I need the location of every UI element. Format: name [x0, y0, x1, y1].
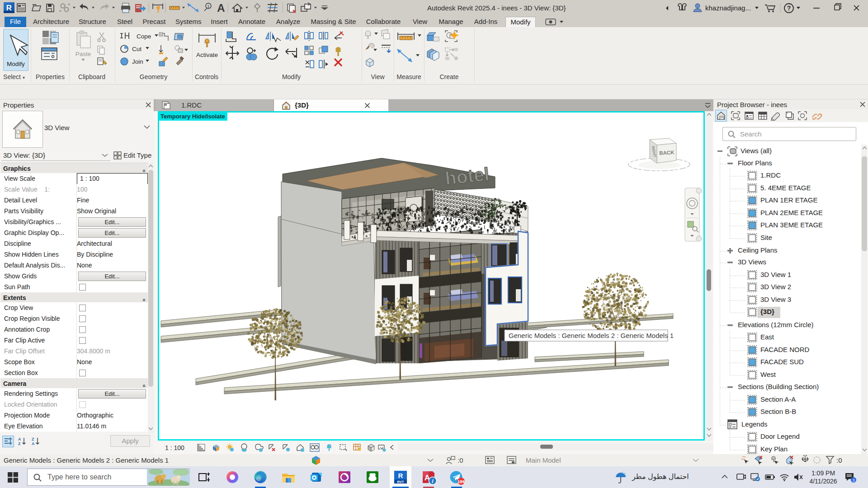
svg-text:Section B-B: Section B-B — [760, 408, 796, 415]
svg-text:Floor Plans: Floor Plans — [738, 159, 772, 167]
svg-text:Paste: Paste — [75, 51, 91, 57]
svg-text:Modify: Modify — [7, 61, 25, 67]
svg-text:1: 1 — [207, 4, 209, 9]
svg-text:RVT: RVT — [397, 480, 404, 484]
svg-text:Z: Z — [18, 441, 21, 446]
svg-text:Sections (Building Section): Sections (Building Section) — [738, 383, 819, 390]
svg-text:Views (all): Views (all) — [741, 147, 772, 155]
svg-text:PLAN 3EME ETAGE: PLAN 3EME ETAGE — [760, 221, 823, 229]
svg-text:Elevations (12mm Circle): Elevations (12mm Circle) — [738, 321, 814, 328]
svg-text:Join: Join — [132, 58, 143, 65]
svg-text:Door Legend: Door Legend — [760, 432, 800, 440]
svg-text:3: 3 — [852, 478, 854, 483]
svg-text:3D View 3: 3D View 3 — [760, 296, 791, 303]
svg-text:3D View 1: 3D View 1 — [760, 271, 791, 278]
svg-text:1.RDC: 1.RDC — [760, 171, 781, 179]
svg-text:Section A-A: Section A-A — [760, 395, 796, 403]
svg-text:A: A — [18, 437, 21, 441]
svg-text:PLAN 1ER ETAGE: PLAN 1ER ETAGE — [760, 196, 817, 204]
svg-text:?: ? — [787, 5, 791, 12]
svg-text:East: East — [760, 333, 774, 341]
svg-text:Generic Models : Generic Model: Generic Models : Generic Models 2 : Gene… — [509, 332, 674, 339]
svg-text:khaznadjinag...: khaznadjinag... — [705, 4, 751, 12]
svg-text:Cut: Cut — [132, 46, 142, 52]
svg-text:BACK: BACK — [659, 150, 675, 156]
svg-text:{3D}: {3D} — [760, 308, 774, 315]
svg-text:Z: Z — [32, 437, 34, 441]
svg-text:Cope: Cope — [137, 33, 151, 40]
svg-text:Ceiling Plans: Ceiling Plans — [738, 246, 778, 254]
svg-text:PLAN 2EME ETAGE: PLAN 2EME ETAGE — [760, 209, 823, 216]
svg-text:A: A — [217, 2, 225, 14]
svg-text:FACADE NORD: FACADE NORD — [760, 346, 810, 353]
svg-text:Legends: Legends — [741, 420, 768, 428]
svg-text:FACADE SUD: FACADE SUD — [760, 358, 804, 366]
svg-text:R: R — [398, 472, 403, 479]
svg-text:5. 4EME ETAGE: 5. 4EME ETAGE — [760, 184, 811, 192]
svg-text:A: A — [32, 441, 35, 446]
svg-text:3D Views: 3D Views — [738, 258, 766, 266]
svg-text:3D View 2: 3D View 2 — [760, 283, 791, 291]
svg-text:R: R — [6, 4, 12, 12]
svg-text:186: 186 — [458, 479, 465, 484]
svg-text:Key Plan: Key Plan — [760, 445, 788, 453]
svg-text:Activate: Activate — [196, 52, 218, 58]
svg-text:Site: Site — [760, 234, 772, 241]
svg-text:West: West — [760, 371, 776, 378]
